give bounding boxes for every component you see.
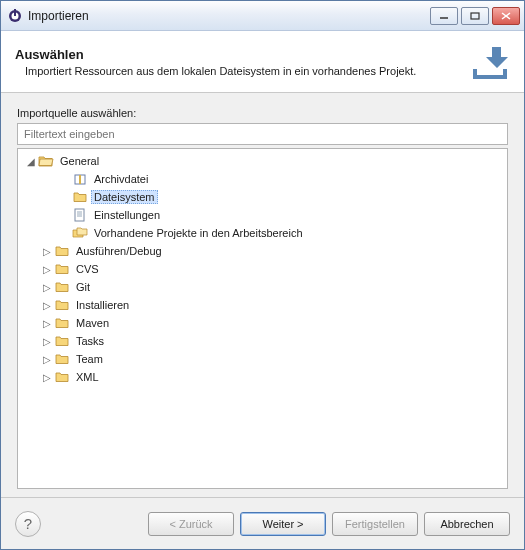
- tree-node-team[interactable]: ▷ Team: [18, 350, 507, 368]
- window-title: Importieren: [28, 9, 430, 23]
- collapse-arrow-icon[interactable]: ▷: [40, 336, 54, 347]
- tree-label: Maven: [73, 317, 112, 329]
- filter-input[interactable]: [17, 123, 508, 145]
- tree-node-general[interactable]: ◢ General: [18, 152, 507, 170]
- tree-node-preferences[interactable]: Einstellungen: [18, 206, 507, 224]
- collapse-arrow-icon[interactable]: ▷: [40, 300, 54, 311]
- banner-title: Auswählen: [15, 47, 468, 62]
- collapse-arrow-icon[interactable]: ▷: [40, 372, 54, 383]
- help-icon: ?: [24, 515, 32, 532]
- tree-label: Installieren: [73, 299, 132, 311]
- archive-icon: [72, 171, 88, 187]
- help-button[interactable]: ?: [15, 511, 41, 537]
- tree-node-run-debug[interactable]: ▷ Ausführen/Debug: [18, 242, 507, 260]
- folder-icon: [54, 243, 70, 259]
- tree-label: Ausführen/Debug: [73, 245, 165, 257]
- titlebar[interactable]: Importieren: [1, 1, 524, 31]
- back-button: < Zurück: [148, 512, 234, 536]
- tree-node-git[interactable]: ▷ Git: [18, 278, 507, 296]
- tree-label: General: [57, 155, 102, 167]
- folder-icon: [54, 279, 70, 295]
- tree-label: Team: [73, 353, 106, 365]
- collapse-arrow-icon[interactable]: ▷: [40, 318, 54, 329]
- tree-node-maven[interactable]: ▷ Maven: [18, 314, 507, 332]
- next-button[interactable]: Weiter >: [240, 512, 326, 536]
- svg-rect-2: [14, 9, 16, 16]
- open-folder-icon: [38, 153, 54, 169]
- folder-icon: [72, 189, 88, 205]
- tree-label: Archivdatei: [91, 173, 151, 185]
- banner-description: Importiert Ressourcen aus dem lokalen Da…: [25, 65, 468, 77]
- folder-icon: [54, 297, 70, 313]
- tree-node-cvs[interactable]: ▷ CVS: [18, 260, 507, 278]
- folder-icon: [54, 333, 70, 349]
- cancel-button[interactable]: Abbrechen: [424, 512, 510, 536]
- tree-label: CVS: [73, 263, 102, 275]
- collapse-arrow-icon[interactable]: ▷: [40, 354, 54, 365]
- folder-icon: [54, 351, 70, 367]
- page-icon: [72, 207, 88, 223]
- tree-node-install[interactable]: ▷ Installieren: [18, 296, 507, 314]
- folder-icon: [54, 315, 70, 331]
- wizard-content: Importquelle auswählen: ◢ General Archiv…: [1, 93, 524, 497]
- tree-node-xml[interactable]: ▷ XML: [18, 368, 507, 386]
- tree-label: XML: [73, 371, 102, 383]
- import-wizard-window: Importieren Auswählen Importiert Ressour…: [0, 0, 525, 550]
- folder-icon: [54, 261, 70, 277]
- minimize-button[interactable]: [430, 7, 458, 25]
- tree-node-archive[interactable]: Archivdatei: [18, 170, 507, 188]
- svg-rect-4: [471, 13, 479, 19]
- wizard-footer: ? < Zurück Weiter > Fertigstellen Abbrec…: [1, 497, 524, 549]
- folder-icon: [54, 369, 70, 385]
- tree-node-filesystem[interactable]: Dateisystem: [18, 188, 507, 206]
- tree-label: Dateisystem: [91, 190, 158, 204]
- projects-icon: [72, 225, 88, 241]
- expand-arrow-icon[interactable]: ◢: [24, 156, 38, 167]
- collapse-arrow-icon[interactable]: ▷: [40, 246, 54, 257]
- tree-label: Einstellungen: [91, 209, 163, 221]
- window-controls: [430, 7, 520, 25]
- svg-rect-9: [75, 209, 84, 221]
- import-icon: [468, 40, 512, 84]
- source-label: Importquelle auswählen:: [17, 107, 508, 119]
- import-source-tree[interactable]: ◢ General Archivdatei Dateisystem Einste…: [17, 148, 508, 489]
- collapse-arrow-icon[interactable]: ▷: [40, 264, 54, 275]
- tree-label: Git: [73, 281, 93, 293]
- wizard-banner: Auswählen Importiert Ressourcen aus dem …: [1, 31, 524, 93]
- tree-node-existing-projects[interactable]: Vorhandene Projekte in den Arbeitsbereic…: [18, 224, 507, 242]
- collapse-arrow-icon[interactable]: ▷: [40, 282, 54, 293]
- maximize-button[interactable]: [461, 7, 489, 25]
- tree-label: Vorhandene Projekte in den Arbeitsbereic…: [91, 227, 306, 239]
- finish-button: Fertigstellen: [332, 512, 418, 536]
- tree-label: Tasks: [73, 335, 107, 347]
- close-button[interactable]: [492, 7, 520, 25]
- svg-rect-8: [79, 175, 81, 184]
- tree-node-tasks[interactable]: ▷ Tasks: [18, 332, 507, 350]
- app-icon: [7, 8, 23, 24]
